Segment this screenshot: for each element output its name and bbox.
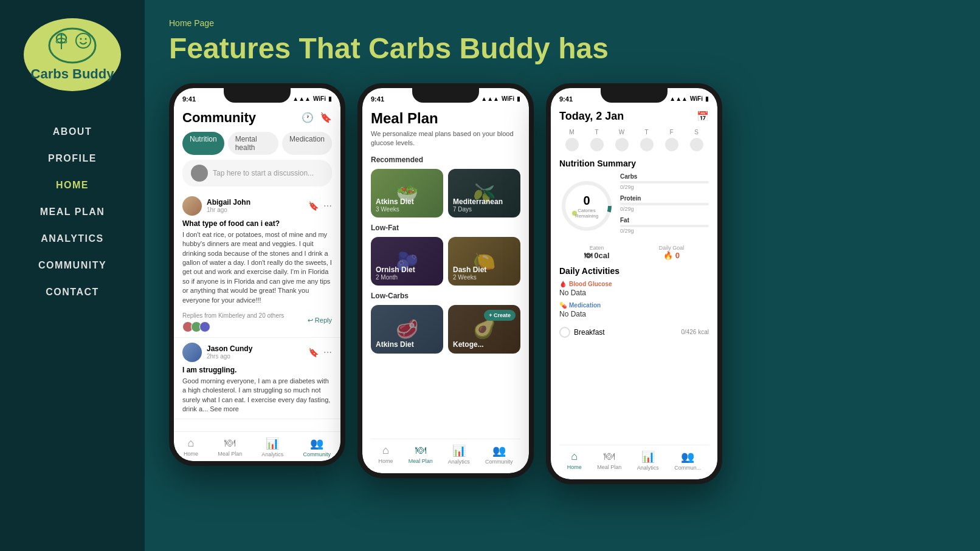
section-lowfat: Low-Fat — [371, 224, 520, 232]
week-circle-f — [665, 138, 678, 151]
status-icons-3: ▲▲▲ WiFi ▮ — [669, 95, 709, 102]
community-icon-1: 👥 — [310, 437, 323, 450]
week-row: M T W T — [559, 129, 709, 151]
post-1-name: Abigail John — [207, 198, 303, 207]
calendar-icon[interactable]: 📅 — [697, 111, 709, 122]
wifi-icon: WiFi — [313, 95, 326, 102]
bookmark-post-1[interactable]: 🔖 — [308, 201, 319, 211]
daily-goal-item: Daily Goal 🔥 0 — [659, 245, 685, 260]
svg-point-7 — [76, 33, 91, 48]
post-1-body: I don't eat rice, or potatoes, most of m… — [182, 230, 332, 305]
week-mon: M — [565, 129, 579, 151]
diet-dur-1: 3 Weeks — [376, 206, 414, 213]
post-2-question: I am struggling. — [182, 366, 332, 374]
fat-val: 0/29g — [620, 228, 709, 234]
nav-about[interactable]: ABOUT — [0, 121, 145, 142]
analytics-label-1: Analytics — [261, 451, 283, 457]
nav-profile[interactable]: PROFILE — [0, 148, 145, 169]
search-avatar — [191, 165, 208, 182]
bottom-home-2[interactable]: ⌂ Home — [379, 444, 393, 465]
sidebar: Carbs Buddy ABOUT PROFILE HOME MEAL PLAN… — [0, 0, 145, 551]
bottom-analytics-3[interactable]: 📊 Analytics — [637, 450, 659, 471]
diet-atkins-diet[interactable]: 🥗 Atkins Diet 3 Weeks — [371, 169, 443, 217]
post-1-avatar — [182, 196, 202, 216]
svg-point-9 — [85, 38, 87, 40]
eaten-value: 🍽 0cal — [584, 251, 610, 260]
main-content: Home Page Features That Carbs Buddy has … — [145, 0, 980, 551]
breakfast-row: Breakfast 0/426 kcal — [559, 323, 709, 341]
diet-info-2: Mediterranean 7 Days — [453, 197, 503, 213]
gauge-center: 0 Calories Remaining — [573, 193, 601, 218]
week-circle-s — [690, 138, 703, 151]
bottom-bar-3: ⌂ Home 🍽 Meal Plan 📊 Analytics 👥 — [559, 445, 709, 474]
nav-mealplan[interactable]: MEAL PLAN — [0, 202, 145, 222]
bottom-mealplan-1[interactable]: 🍽 Meal Plan — [218, 437, 242, 457]
post-1-replies: Replies from Kimberley and 20 others — [182, 312, 284, 319]
logo: Carbs Buddy — [24, 18, 121, 91]
diet-ornish[interactable]: 🫐 Ornish Diet 2 Month — [371, 237, 443, 286]
blood-icon: 🩸 — [559, 281, 567, 287]
analytics-date: Today, 2 Jan — [559, 110, 624, 123]
week-f: F — [669, 129, 673, 135]
mealplan-screen: Meal Plan We personalize meal plans base… — [362, 105, 529, 473]
nav-analytics[interactable]: ANALYTICS — [0, 228, 145, 249]
bottom-mealplan-2[interactable]: 🍽 Meal Plan — [409, 444, 433, 465]
signal-icon: ▲▲▲ — [292, 95, 311, 102]
breakfast-left: Breakfast — [559, 327, 605, 338]
nav-contact[interactable]: CONTACT — [0, 282, 145, 303]
nutrition-gauge-row: 0 Calories Remaining Carbs 0/29g — [559, 173, 709, 239]
bookmark-post-2[interactable]: 🔖 — [308, 347, 319, 357]
daily-goal-value: 🔥 0 — [659, 251, 685, 260]
phone-screen-2: 9:41 ▲▲▲ WiFi ▮ Meal Plan We personalize… — [362, 88, 529, 473]
bottom-community-2[interactable]: 👥 Community — [485, 444, 513, 465]
tab-nutrition[interactable]: Nutrition — [182, 132, 224, 155]
date-header: Today, 2 Jan 📅 — [559, 110, 709, 123]
recommended-grid: 🥗 Atkins Diet 3 Weeks 🫒 — [371, 169, 520, 217]
bottom-community-1[interactable]: 👥 Community — [303, 437, 331, 457]
more-post-2[interactable]: ⋯ — [323, 347, 332, 357]
blood-glucose-item: 🩸 Blood Glucose No Data — [559, 281, 709, 297]
more-post-1[interactable]: ⋯ — [323, 201, 332, 211]
tab-medication[interactable]: Medication — [282, 132, 332, 155]
carbs-label: Carbs — [620, 173, 709, 180]
week-m: M — [569, 129, 574, 135]
discussion-search[interactable]: Tap here to start a discussion... — [182, 160, 332, 187]
bottom-community-3[interactable]: 👥 Commun... — [674, 450, 701, 471]
nav-community[interactable]: COMMUNITY — [0, 255, 145, 276]
diet-info-6: Ketoge... — [453, 340, 484, 349]
week-tue: T — [590, 129, 604, 151]
post-1-meta: Abigail John 1hr ago — [207, 198, 303, 213]
protein-val: 0/29g — [620, 206, 709, 212]
status-icons-1: ▲▲▲ WiFi ▮ — [292, 95, 332, 102]
diet-dash[interactable]: 🍋 Dash Diet 2 Weeks — [448, 237, 520, 286]
daily-activities-title: Daily Activities — [559, 266, 709, 276]
nav-home[interactable]: HOME — [0, 175, 145, 196]
analytics-icon-1: 📊 — [266, 437, 279, 450]
post-1-time: 1hr ago — [207, 207, 303, 213]
bottom-analytics-1[interactable]: 📊 Analytics — [261, 437, 283, 457]
diet-mediterranean[interactable]: 🫒 Mediterranean 7 Days — [448, 169, 520, 217]
bookmark-icon[interactable]: 🔖 — [320, 112, 332, 123]
bottom-analytics-2[interactable]: 📊 Analytics — [448, 444, 470, 465]
signal-icon-2: ▲▲▲ — [481, 95, 499, 102]
diet-info-5: Atkins Diet — [376, 340, 414, 349]
reply-btn-1[interactable]: ↩ Reply — [308, 317, 332, 324]
post-1: Abigail John 1hr ago 🔖 ⋯ What type of fo… — [174, 191, 340, 338]
calories-gauge: 0 Calories Remaining — [559, 179, 614, 233]
diet-atkins2[interactable]: 🥩 Atkins Diet — [371, 305, 443, 354]
bottom-home-3[interactable]: ⌂ Home — [567, 450, 582, 471]
clock-icon[interactable]: 🕐 — [302, 112, 314, 123]
phone-mealplan: 9:41 ▲▲▲ WiFi ▮ Meal Plan We personalize… — [357, 83, 534, 478]
pill-icon: 💊 — [559, 302, 567, 309]
diet-keto[interactable]: 🥑 + Create Ketoge... — [448, 305, 520, 354]
reply-avatars — [182, 321, 284, 332]
bottom-home-1[interactable]: ⌂ Home — [184, 437, 198, 457]
post-2-body: Good morning everyone, I am a pre diabet… — [182, 377, 332, 414]
tab-mental-health[interactable]: Mental health — [228, 132, 278, 155]
diet-info-4: Dash Diet 2 Weeks — [453, 265, 486, 281]
create-button[interactable]: + Create — [484, 310, 516, 321]
mealplan-label-1: Meal Plan — [218, 451, 242, 457]
post-1-header: Abigail John 1hr ago 🔖 ⋯ — [182, 196, 332, 216]
bottom-mealplan-3[interactable]: 🍽 Meal Plan — [597, 450, 621, 471]
analytics-screen: Today, 2 Jan 📅 M T W — [551, 105, 717, 479]
